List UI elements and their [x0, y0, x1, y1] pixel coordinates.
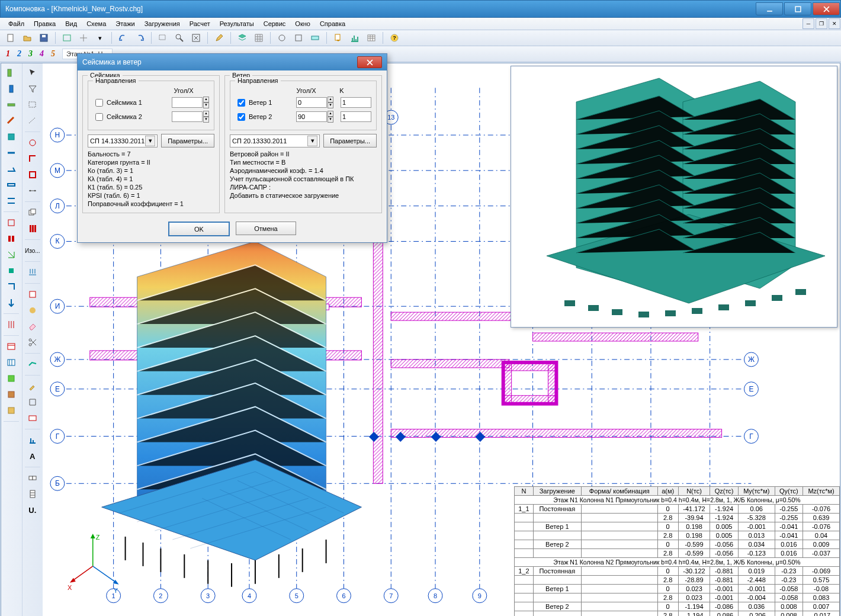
grid-icon[interactable]	[252, 31, 266, 45]
tool-icon[interactable]	[308, 31, 322, 45]
menu-item[interactable]: Расчет	[185, 19, 215, 28]
help-icon[interactable]: ?	[387, 31, 402, 45]
menu-item[interactable]: Правка	[29, 19, 60, 28]
floor-number[interactable]: 2	[15, 49, 24, 59]
dock-tool-icon[interactable]	[25, 303, 40, 317]
export-icon[interactable]	[331, 31, 345, 45]
open-icon[interactable]	[20, 31, 34, 45]
dock-tool-icon[interactable]	[4, 130, 18, 144]
dock-tool-icon[interactable]	[4, 82, 18, 96]
dock-tool-icon[interactable]	[4, 162, 18, 176]
spinner[interactable]: ▲▼	[203, 111, 209, 123]
floor-number[interactable]: 1	[4, 49, 12, 59]
wind1-angle-field[interactable]	[296, 97, 327, 108]
copy-story-icon[interactable]	[25, 206, 40, 220]
menu-item[interactable]: Справка	[315, 19, 350, 28]
dock-tool-icon[interactable]	[4, 317, 18, 332]
dock-tool-icon[interactable]	[4, 178, 18, 192]
text-a-icon[interactable]: A	[25, 449, 40, 463]
menu-item[interactable]: Этажи	[111, 19, 139, 28]
floor-number[interactable]: 5	[49, 49, 57, 59]
dock-tool-icon[interactable]	[4, 387, 18, 402]
menu-item[interactable]: Окно	[290, 19, 315, 28]
dock-tool-icon[interactable]	[25, 152, 40, 166]
scissors-icon[interactable]	[25, 335, 40, 349]
tool-icon[interactable]	[60, 31, 74, 45]
tool-icon[interactable]	[275, 31, 289, 45]
spinner[interactable]: ▲▼	[203, 97, 209, 108]
dock-tool-icon[interactable]	[4, 296, 18, 310]
dock-tool-icon[interactable]	[25, 184, 40, 198]
dock-tool-icon[interactable]	[4, 114, 18, 128]
seismic1-angle-field[interactable]	[172, 97, 203, 108]
select-line-icon[interactable]	[25, 114, 40, 128]
eraser-icon[interactable]	[25, 319, 40, 333]
dialog-titlebar[interactable]: Сейсмика и ветер	[78, 54, 387, 70]
dock-tool-icon[interactable]	[4, 248, 18, 262]
wind2-checkbox[interactable]	[237, 113, 245, 121]
mdi-restore-icon[interactable]: ❐	[816, 18, 827, 29]
wind2-angle-field[interactable]	[296, 111, 327, 122]
iso-label[interactable]: Изо...	[24, 243, 41, 258]
menu-item[interactable]: Схема	[82, 19, 111, 28]
dialog-close-icon[interactable]	[357, 56, 382, 68]
fit-icon[interactable]	[189, 31, 203, 45]
close-button[interactable]	[813, 2, 840, 15]
table-icon[interactable]	[364, 31, 378, 45]
dock-tool-icon[interactable]	[4, 216, 18, 230]
menu-item[interactable]: Результаты	[215, 19, 259, 28]
ok-button[interactable]: OK	[168, 222, 230, 236]
mdi-close-icon[interactable]: ✕	[829, 18, 840, 29]
seismic1-checkbox[interactable]	[95, 99, 103, 107]
dock-tool-icon[interactable]	[25, 287, 40, 301]
seismic-params-button[interactable]: Параметры...	[161, 134, 214, 147]
redo-icon[interactable]	[133, 31, 147, 45]
menu-item[interactable]: Загружения	[140, 19, 185, 28]
chart-icon[interactable]	[348, 31, 362, 45]
save-icon[interactable]	[37, 31, 51, 45]
wind2-k-field[interactable]	[341, 111, 371, 122]
dock-tool-icon[interactable]	[25, 411, 40, 425]
zoom-window-icon[interactable]	[156, 31, 170, 45]
dock-tool-icon[interactable]	[25, 471, 40, 485]
spinner[interactable]: ▲▼	[328, 97, 333, 108]
mdi-minimize-icon[interactable]: ─	[803, 18, 814, 29]
wind-params-button[interactable]: Параметры...	[323, 134, 377, 147]
floor-number[interactable]: 3	[26, 49, 35, 59]
dock-tool-icon[interactable]	[4, 232, 18, 246]
dock-tool-icon[interactable]	[25, 136, 40, 150]
zoom-icon[interactable]	[172, 31, 187, 45]
eyedropper-icon[interactable]	[25, 379, 40, 393]
undo-icon[interactable]	[116, 31, 130, 45]
spinner[interactable]: ▲▼	[328, 111, 333, 123]
dock-tool-icon[interactable]	[4, 98, 18, 112]
wind1-checkbox[interactable]	[237, 99, 245, 107]
menu-item[interactable]: Файл	[4, 19, 29, 28]
minimize-button[interactable]	[756, 2, 783, 15]
stories-icon[interactable]	[25, 222, 40, 236]
wind-norm-combo[interactable]: СП 20.13330.2011▾	[230, 134, 320, 147]
dock-tool-icon[interactable]	[4, 194, 18, 208]
dock-tool-icon[interactable]	[4, 146, 18, 160]
dock-tool-icon[interactable]	[4, 264, 18, 278]
dock-tool-icon[interactable]	[4, 280, 18, 294]
cancel-button[interactable]: Отмена	[236, 222, 296, 235]
pointer-icon[interactable]	[25, 66, 40, 80]
dock-tool-icon[interactable]	[4, 403, 18, 418]
pencil-icon[interactable]	[212, 31, 226, 45]
dock-tool-icon[interactable]	[4, 371, 18, 386]
seismic-norm-combo[interactable]: СП 14.13330.2011▾	[88, 134, 158, 147]
seismic2-checkbox[interactable]	[95, 113, 103, 121]
wind1-k-field[interactable]	[341, 97, 371, 108]
layers-icon[interactable]	[235, 31, 249, 45]
dock-tool-icon[interactable]	[4, 66, 18, 80]
text-u-icon[interactable]: U.	[25, 503, 40, 517]
dock-tool-icon[interactable]	[25, 433, 40, 447]
dock-tool-icon[interactable]	[4, 339, 18, 354]
menu-item[interactable]: Вид	[60, 19, 82, 28]
seismic2-angle-field[interactable]	[172, 111, 203, 122]
tool-icon[interactable]	[291, 31, 306, 45]
preview-3d-window[interactable]	[511, 66, 837, 328]
dock-tool-icon[interactable]	[25, 357, 40, 371]
floor-number[interactable]: 4	[37, 49, 46, 59]
